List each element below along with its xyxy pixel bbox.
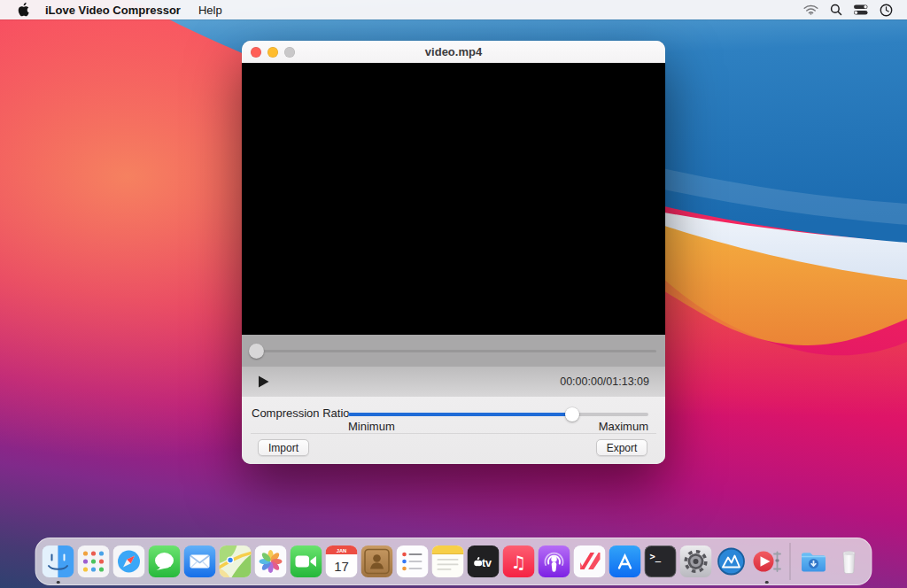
window-titlebar[interactable]: video.mp4 <box>242 41 665 63</box>
transport-bar: 00:00:00/01:13:09 <box>242 367 665 397</box>
clock-icon[interactable] <box>880 4 893 17</box>
svg-text:17: 17 <box>334 559 349 574</box>
compression-panel: Compression Ratio Minimum Maximum Import… <box>242 397 665 464</box>
dock-item-notes[interactable] <box>432 545 464 577</box>
dock-item-ilove-video-compressor[interactable] <box>751 545 783 577</box>
export-button[interactable]: Export <box>596 439 647 456</box>
dock-item-calendar[interactable]: JAN17 <box>326 545 358 577</box>
dock-item-app-store[interactable] <box>609 545 641 577</box>
dock-item-news[interactable] <box>574 545 606 577</box>
menu-bar: iLove Video Compressor Help <box>0 0 907 19</box>
svg-text:>_: >_ <box>650 551 662 562</box>
compression-slider-fill <box>348 413 572 416</box>
apple-menu-icon[interactable] <box>18 3 29 17</box>
dock-item-podcasts[interactable] <box>539 545 570 577</box>
time-display: 00:00:00/01:13:09 <box>560 375 649 388</box>
dock-item-finder[interactable] <box>43 545 74 577</box>
play-button[interactable] <box>258 375 269 388</box>
minimum-label: Minimum <box>348 420 395 433</box>
dock-item-system-preferences[interactable] <box>680 545 712 577</box>
compression-ratio-label: Compression Ratio <box>252 406 350 420</box>
seek-thumb[interactable] <box>249 344 264 359</box>
window-title: video.mp4 <box>242 41 665 63</box>
svg-text:JAN: JAN <box>337 548 347 553</box>
slider-range-labels: Minimum Maximum <box>348 420 648 433</box>
wifi-icon[interactable] <box>803 4 818 15</box>
search-icon[interactable] <box>830 4 842 16</box>
dock-item-trash[interactable] <box>833 545 865 577</box>
dock-item-safari[interactable] <box>113 545 145 577</box>
desktop: iLove Video Compressor Help vide <box>0 0 907 588</box>
svg-text:♫: ♫ <box>511 552 527 573</box>
dock-item-mountains-app[interactable] <box>716 545 748 577</box>
dock-item-downloads[interactable] <box>798 545 830 577</box>
dock-item-maps[interactable] <box>220 545 252 577</box>
seek-track[interactable] <box>251 350 656 352</box>
panel-divider <box>251 433 656 434</box>
dock-item-terminal[interactable]: >_ <box>645 545 677 577</box>
maximum-label: Maximum <box>599 420 648 433</box>
control-center-icon[interactable] <box>854 4 868 15</box>
dock-item-mail[interactable] <box>184 545 216 577</box>
svg-text:tv: tv <box>482 557 492 569</box>
dock-item-music[interactable]: ♫ <box>503 545 535 577</box>
dock-separator <box>790 543 791 580</box>
dock: JAN17 tv ♫ >_ <box>35 538 872 585</box>
video-compressor-window: video.mp4 00:00:00/01:13:09 Compression … <box>242 41 665 464</box>
dock-item-messages[interactable] <box>149 545 181 577</box>
dock-item-apple-tv[interactable]: tv <box>468 545 500 577</box>
menu-app-name[interactable]: iLove Video Compressor <box>45 4 181 17</box>
menu-help[interactable]: Help <box>198 4 222 17</box>
seek-bar[interactable] <box>242 335 665 367</box>
video-preview <box>242 63 665 335</box>
dock-item-reminders[interactable] <box>397 545 429 577</box>
dock-item-facetime[interactable] <box>291 545 322 577</box>
running-indicator <box>765 581 769 584</box>
dock-item-photos[interactable] <box>255 545 287 577</box>
running-indicator <box>57 581 60 584</box>
dock-item-launchpad[interactable] <box>78 545 110 577</box>
dock-item-contacts[interactable] <box>361 545 393 577</box>
import-button[interactable]: Import <box>258 439 309 456</box>
